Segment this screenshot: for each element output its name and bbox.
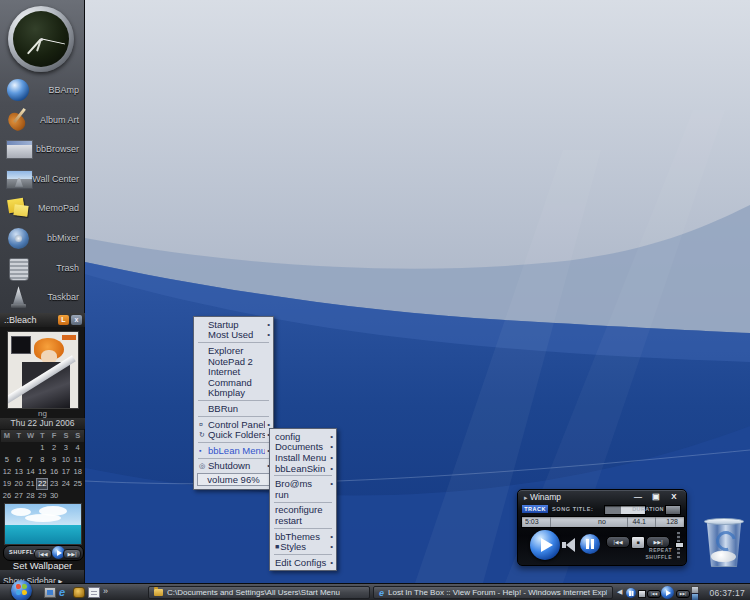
winamp-stop-button[interactable]: ■	[631, 536, 645, 549]
calendar-day-cell[interactable]: 18	[72, 466, 84, 478]
menu-item-quick-folders[interactable]: ↻Quick Folders•	[194, 429, 273, 440]
tray-media-pause-button[interactable]	[626, 588, 636, 598]
tray-collapse-arrow[interactable]: ◀	[617, 588, 622, 596]
tray-media-play-button[interactable]	[661, 586, 674, 599]
calendar-day-cell[interactable]: 9	[48, 454, 60, 466]
menu-item-bro-ms[interactable]: Bro@ms•	[270, 478, 336, 489]
menu-item-install-menu[interactable]: Install Menu•	[270, 452, 336, 463]
winamp-play-button[interactable]	[530, 530, 560, 560]
dock-item-bbamp[interactable]: BBAmp	[0, 76, 85, 105]
winamp-window[interactable]: ▸ Winamp — ▣ X TRACK SONG TITLE: DURATIO…	[517, 489, 687, 566]
calendar-day-cell[interactable]	[60, 490, 72, 502]
tray-media-next-button[interactable]: ▶▶|	[676, 590, 690, 598]
dock-item-taskbar[interactable]: Taskbar	[0, 283, 85, 312]
bleach-panel-minimize-button[interactable]: L	[58, 315, 69, 325]
recycle-bin-icon[interactable]	[702, 517, 746, 569]
menu-item-bbthemes[interactable]: bbThemes•	[270, 531, 336, 542]
analog-clock-widget[interactable]	[8, 6, 74, 72]
calendar-day-cell[interactable]: 19	[1, 478, 13, 490]
menu-item-styles[interactable]: ■Styles•	[270, 541, 336, 552]
calendar-day-cell[interactable]	[72, 490, 84, 502]
calendar-day-cell[interactable]: 29	[36, 490, 48, 502]
calendar-day-cell[interactable]: 21	[25, 478, 37, 490]
winamp-repeat-label[interactable]: REPEAT	[649, 547, 672, 553]
calendar-day-cell[interactable]: 2	[48, 442, 60, 454]
quicklaunch-internet-explorer-icon[interactable]: e	[59, 587, 71, 598]
menu-item-edit-configs[interactable]: Edit Configs•	[270, 557, 336, 568]
dock-item-bbbrowser[interactable]: bbBrowser	[0, 135, 85, 164]
menu-item-notepad-2[interactable]: NotePad 2	[194, 356, 273, 367]
calendar-day-cell[interactable]: 16	[48, 466, 60, 478]
calendar-day-cell[interactable]: 1	[36, 442, 48, 454]
bleach-panel-close-button[interactable]: x	[71, 315, 82, 325]
menu-item-bbrun[interactable]: BBRun	[194, 403, 273, 414]
menu-item-kbmplay[interactable]: Kbmplay	[194, 388, 273, 399]
winamp-pause-button[interactable]	[580, 534, 600, 554]
dock-item-album-art[interactable]: Album Art	[0, 106, 85, 135]
winamp-maximize-button[interactable]: ▣	[650, 492, 662, 501]
tray-icon[interactable]	[691, 593, 699, 600]
calendar-day-cell[interactable]	[1, 442, 13, 454]
menu-item-startup[interactable]: Startup•	[194, 319, 273, 330]
calendar-day-cell[interactable]: 13	[13, 466, 25, 478]
tray-media-stop-button[interactable]	[638, 590, 646, 598]
calendar-day-cell[interactable]	[25, 442, 37, 454]
quicklaunch-show-desktop-icon[interactable]	[44, 587, 56, 598]
dock-item-trash[interactable]: Trash	[0, 254, 85, 283]
start-button[interactable]	[11, 580, 32, 600]
taskbar-task-explorer[interactable]: C:\Documents and Settings\All Users\Star…	[148, 586, 370, 599]
calendar-day-cell[interactable]: 10	[60, 454, 72, 466]
calendar-day-cell[interactable]: 12	[1, 466, 13, 478]
calendar-day-cell[interactable]: 27	[13, 490, 25, 502]
menu-item-most-used[interactable]: Most Used•	[194, 330, 273, 341]
menu-item-shutdown[interactable]: ◎Shutdown•	[194, 461, 273, 472]
menu-item-volume-96-[interactable]: volume 96%	[197, 473, 270, 486]
menu-item-restart[interactable]: restart	[270, 515, 336, 526]
menu-item-documents[interactable]: Documents•	[270, 442, 336, 453]
calendar-day-cell[interactable]: 25	[72, 478, 84, 490]
menu-item-config[interactable]: config•	[270, 431, 336, 442]
calendar-day-cell[interactable]: 23	[48, 478, 60, 490]
dock-item-wall-center[interactable]: Wall Center	[0, 165, 85, 194]
wallpaper-prev-button[interactable]: |◀◀	[34, 549, 52, 559]
calendar-day-cell[interactable]: 7	[25, 454, 37, 466]
calendar-day-cell[interactable]: 15	[36, 466, 48, 478]
menu-item-bblean-menu[interactable]: ▪bbLean Menu•	[194, 445, 273, 456]
calendar-day-cell[interactable]: 6	[13, 454, 25, 466]
calendar-day-cell[interactable]: 5	[1, 454, 13, 466]
menu-item-control-panel[interactable]: ¤Control Panel•	[194, 419, 273, 430]
quicklaunch-app-icon[interactable]	[73, 587, 85, 598]
taskbar-task-internet-explorer[interactable]: e Lost In The Box :: View Forum - Help! …	[373, 586, 613, 599]
winamp-shuffle-label[interactable]: SHUFFLE	[645, 554, 672, 560]
winamp-previous-button[interactable]: |◀◀	[606, 536, 630, 548]
calendar-day-cell[interactable]: 20	[13, 478, 25, 490]
menu-item-bbleanskin[interactable]: bbLeanSkin•	[270, 463, 336, 474]
quicklaunch-notepad-icon[interactable]	[88, 587, 100, 598]
menu-item-reconfigure[interactable]: reconfigure	[270, 505, 336, 516]
calendar-day-cell[interactable]: 11	[72, 454, 84, 466]
winamp-volume-slider[interactable]	[677, 532, 680, 560]
calendar-day-cell[interactable]: 4	[72, 442, 84, 454]
quicklaunch-overflow-chevron[interactable]: »	[103, 586, 108, 596]
tray-media-previous-button[interactable]: |◀◀	[647, 590, 661, 598]
dock-item-bbmixer[interactable]: bbMixer	[0, 224, 85, 253]
calendar-day-cell[interactable]: 14	[25, 466, 37, 478]
calendar-day-cell[interactable]: 22	[36, 478, 48, 490]
calendar-day-cell[interactable]: 26	[1, 490, 13, 502]
menu-item-internet[interactable]: Internet	[194, 366, 273, 377]
menu-item-explorer[interactable]: Explorer	[194, 345, 273, 356]
show-sidebar-button[interactable]: Show Sidebar ▸	[0, 570, 85, 583]
winamp-minimize-button[interactable]: —	[632, 492, 644, 501]
calendar-day-cell[interactable]: 8	[36, 454, 48, 466]
calendar-day-cell[interactable]: 24	[60, 478, 72, 490]
calendar-day-cell[interactable]: 30	[48, 490, 60, 502]
menu-item-run[interactable]: run	[270, 489, 336, 500]
winamp-close-button[interactable]: X	[668, 492, 680, 501]
calendar-day-cell[interactable]	[13, 442, 25, 454]
wallpaper-next-button[interactable]: ▶▶|	[63, 549, 81, 559]
beach-wallpaper-thumbnail[interactable]	[4, 503, 82, 545]
calendar-day-cell[interactable]: 3	[60, 442, 72, 454]
dock-item-memopad[interactable]: MemoPad	[0, 194, 85, 223]
calendar-day-cell[interactable]: 17	[60, 466, 72, 478]
calendar-day-cell[interactable]: 28	[25, 490, 37, 502]
